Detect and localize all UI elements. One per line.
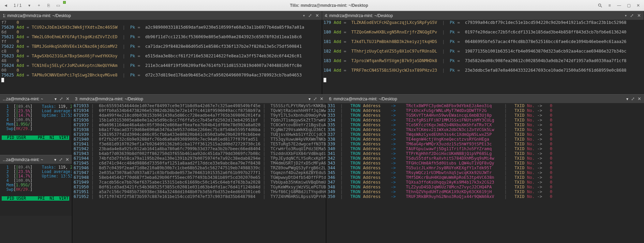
maximize-pane-icon[interactable]: ⤢ [308, 13, 312, 18]
tab-title: 1: mmdrza@mmdrza-mint: ~/Desktop [3, 13, 302, 18]
search-icon[interactable] [597, 2, 603, 9]
tab-title: ...za@mmdrza-mint: ~ [3, 97, 55, 101]
top-tabs-row: 1: mmdrza@mmdrza-mint: ~/Desktop ▾ ⤢ ✕ 4… [0, 11, 644, 20]
chevron-down-icon[interactable]: ▾ [626, 97, 628, 101]
svg-line-1 [601, 6, 602, 7]
tab-title: 4: mmdrza@mmdrza-mint: ~/Desktop [325, 13, 624, 18]
svg-point-0 [598, 4, 601, 6]
tab-terminal-6[interactable]: 6: mmdrza@mmdrza-mint: ~/Desktop ▾ ⤢ ✕ [326, 94, 644, 103]
tab-title: 6: mmdrza@mmdrza-mint: ~/Desktop [329, 97, 626, 101]
minimize-icon[interactable]: — [616, 2, 622, 9]
tab-terminal-3[interactable]: 3: mmdrza@mmdrza-mint: ~/Desktop ▾ ⤢ ✕ [72, 94, 326, 103]
close-pane-icon[interactable]: ✕ [65, 157, 69, 162]
tab-title: 3: mmdrza@mmdrza-mint: ~/Desktop [75, 97, 309, 101]
tab-title: ...za@mmdrza-mint: ~ [3, 157, 54, 162]
maximize-pane-icon[interactable]: ⤢ [313, 96, 317, 101]
session-page-indicator: 1 / 1 [12, 3, 23, 8]
maximize-pane-icon[interactable]: ⤢ [631, 96, 635, 101]
close-icon[interactable]: ✕ [635, 2, 641, 9]
terminal-pane-1[interactable]: f7 0 75620 Add = TCU92xJbEm1k5H3c3Wk6jYX… [0, 20, 322, 94]
add-terminal-down-icon[interactable]: ⎘ [45, 2, 51, 9]
chevron-down-icon[interactable]: ▾ [26, 2, 32, 9]
terminal-pane-htop-1[interactable]: 1 [|89.4%] Tasks: 119, 216 2 [|23.5%] Lo… [0, 103, 72, 155]
hamburger-menu-icon[interactable]: ≡ [606, 2, 613, 9]
terminal-pane-3[interactable]: 671933 | 6bc65593454644de1d07eef84997ce9… [72, 103, 326, 243]
tab-terminal-left-1[interactable]: ...za@mmdrza-mint: ~ ▾ ⤢ ✕ [0, 94, 72, 103]
maximize-icon[interactable]: ▢ [626, 2, 632, 9]
tab-terminal-left-2[interactable]: ...za@mmdrza-mint: ~ ▾ ⤢ ✕ [0, 155, 72, 164]
split-right-icon[interactable]: ▭ [55, 2, 61, 9]
close-pane-icon[interactable]: ✕ [315, 13, 319, 18]
chevron-down-icon[interactable]: ▾ [54, 157, 56, 162]
window-titlebar: ◄ 1 / 1 ▾ + ⎘ ▭ Tilix: mmdrza@mmdrza-min… [0, 0, 644, 11]
window-title: Tilix: mmdrza@mmdrza-mint: ~/Desktop [290, 3, 368, 8]
maximize-pane-icon[interactable]: ⤢ [59, 96, 63, 101]
chevron-down-icon[interactable]: ▾ [55, 97, 57, 101]
terminal-pane-htop-2[interactable]: 1 [|89.4%] Tasks: 119, 216 2 [|23.5%] Lo… [0, 164, 72, 216]
terminal-pane-4[interactable]: 179 Add = TLZKAEodEVCFcHZguaczqjLXcySRpF… [322, 20, 644, 94]
maximize-pane-icon[interactable]: ⤢ [630, 13, 634, 18]
menu-icon[interactable]: ◄ [3, 2, 9, 9]
close-pane-icon[interactable]: ✕ [637, 13, 641, 18]
maximize-pane-icon[interactable]: ⤢ [59, 157, 63, 162]
chevron-down-icon[interactable]: ▾ [625, 14, 627, 17]
close-pane-icon[interactable]: ✕ [638, 96, 641, 101]
active-indicator-icon [63, 1, 66, 4]
chevron-down-icon[interactable]: ▾ [303, 14, 305, 17]
chevron-down-icon[interactable]: ▾ [309, 97, 311, 101]
close-pane-icon[interactable]: ✕ [320, 96, 324, 101]
tab-terminal-4[interactable]: 4: mmdrza@mmdrza-mint: ~/Desktop ▾ ⤢ ✕ [322, 11, 644, 20]
tab-terminal-1[interactable]: 1: mmdrza@mmdrza-mint: ~/Desktop ▾ ⤢ ✕ [0, 11, 322, 20]
close-pane-icon[interactable]: ✕ [66, 96, 70, 101]
add-terminal-icon[interactable]: + [36, 2, 42, 9]
terminal-pane-6[interactable]: 331 | TRON Address -> TRctx8WPFC3ydmCm8F… [326, 103, 644, 243]
